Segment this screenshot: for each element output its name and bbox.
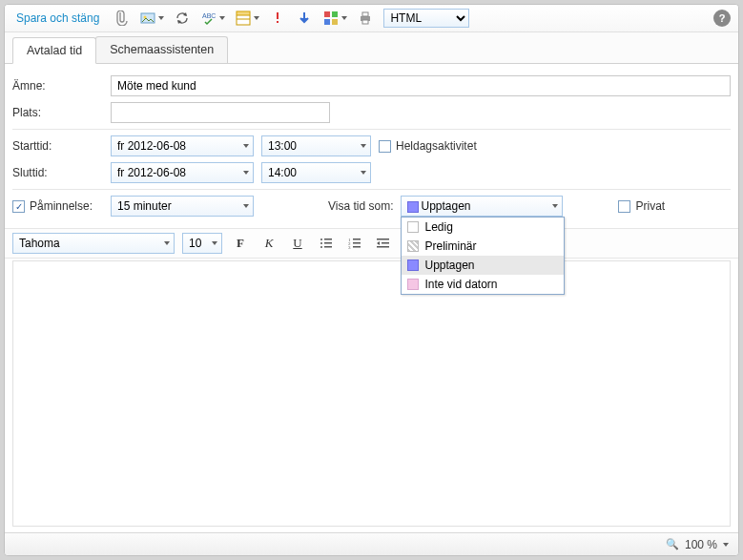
allday-checkbox[interactable]: Heldagsaktivitet: [379, 139, 477, 153]
main-toolbar: Spara och stäng ABC: [5, 5, 738, 32]
svg-rect-21: [353, 239, 361, 240]
help-icon[interactable]: ?: [713, 10, 731, 27]
appointment-window: Spara och stäng ABC: [4, 4, 739, 556]
svg-rect-19: [324, 246, 332, 248]
bullet-list-button[interactable]: [316, 234, 337, 253]
show-as-option-free[interactable]: Ledig: [402, 218, 564, 237]
status-bar: 🔍 100 %: [5, 532, 738, 555]
end-time-combo[interactable]: 14:00: [261, 162, 371, 183]
svg-rect-15: [324, 239, 332, 240]
font-family-value: Tahoma: [19, 237, 60, 250]
message-body-editor[interactable]: [12, 260, 731, 527]
svg-rect-12: [362, 12, 368, 16]
private-checkbox[interactable]: Privat: [618, 199, 665, 213]
svg-rect-9: [324, 19, 330, 25]
svg-point-18: [320, 246, 322, 248]
print-icon[interactable]: [357, 10, 374, 27]
svg-rect-7: [324, 11, 330, 17]
svg-rect-28: [377, 246, 389, 248]
appointment-form: Ämne: Plats: Starttid: fr 2012-06-08 13:…: [5, 64, 738, 228]
zoom-level: 100 %: [685, 538, 717, 551]
end-date-combo[interactable]: fr 2012-06-08: [111, 162, 254, 183]
underline-button[interactable]: U: [287, 234, 308, 253]
svg-rect-6: [237, 11, 250, 15]
svg-text:ABC: ABC: [202, 12, 216, 19]
tab-appointment[interactable]: Avtalad tid: [12, 37, 96, 64]
show-as-dropdown: Ledig Preliminär Upptagen Inte vid dator…: [401, 217, 565, 295]
categorize-button[interactable]: [235, 10, 259, 27]
reminder-combo[interactable]: 15 minuter: [111, 196, 254, 217]
importance-high-icon[interactable]: [269, 10, 286, 27]
end-date-value: fr 2012-06-08: [117, 166, 186, 179]
subject-input[interactable]: [111, 75, 731, 96]
svg-rect-23: [353, 242, 361, 244]
allday-checkbox-box: [379, 140, 391, 153]
reminder-label: Påminnelse:: [30, 199, 93, 213]
start-date-combo[interactable]: fr 2012-06-08: [111, 135, 254, 156]
show-as-option-oof[interactable]: Inte vid datorn: [402, 275, 564, 294]
zoom-dropdown-caret[interactable]: [723, 543, 729, 547]
end-time-value: 14:00: [268, 166, 297, 179]
tab-strip: Avtalad tid Schemaassistenten: [5, 32, 738, 64]
svg-rect-27: [382, 242, 389, 244]
color-grid-icon: [322, 10, 340, 27]
font-family-combo[interactable]: Tahoma: [12, 233, 175, 254]
show-as-option-busy[interactable]: Upptagen: [402, 256, 564, 275]
svg-rect-25: [353, 246, 361, 248]
show-as-option-tentative[interactable]: Preliminär: [402, 237, 564, 256]
start-time-value: 13:00: [268, 139, 297, 153]
show-as-value: Upptagen: [407, 199, 470, 213]
show-as-label: Visa tid som:: [328, 199, 393, 213]
importance-low-icon[interactable]: [296, 10, 313, 27]
categorize-icon: [235, 10, 252, 27]
private-label: Privat: [635, 199, 665, 213]
reminder-checkbox[interactable]: Påminnelse:: [12, 199, 103, 213]
message-format-select[interactable]: HTML: [383, 9, 469, 28]
subject-label: Ämne:: [12, 79, 103, 93]
svg-point-16: [320, 242, 322, 244]
show-as-combo[interactable]: Upptagen Ledig Preliminär Upptagen Inte …: [401, 196, 563, 217]
insert-picture-button[interactable]: [139, 10, 164, 27]
save-and-close-button[interactable]: Spara och stäng: [12, 10, 103, 27]
reminder-value: 15 minuter: [117, 199, 172, 213]
picture-icon: [139, 10, 156, 27]
svg-rect-13: [362, 20, 368, 24]
allday-label: Heldagsaktivitet: [396, 139, 477, 153]
private-checkbox-box: [618, 200, 630, 213]
tab-scheduling-assistant[interactable]: Schemaassistenten: [95, 36, 228, 63]
location-label: Plats:: [12, 106, 103, 119]
start-time-combo[interactable]: 13:00: [261, 135, 371, 156]
font-size-combo[interactable]: 10: [182, 233, 222, 254]
recurrence-icon[interactable]: [174, 10, 191, 27]
category-colors-button[interactable]: [322, 10, 347, 27]
start-date-value: fr 2012-06-08: [117, 139, 186, 153]
end-time-label: Sluttid:: [12, 166, 103, 179]
svg-rect-10: [332, 19, 338, 25]
reminder-checkbox-box: [12, 200, 25, 213]
svg-point-14: [320, 239, 322, 240]
start-time-label: Starttid:: [12, 139, 103, 153]
font-size-value: 10: [189, 237, 201, 250]
italic-button[interactable]: K: [258, 234, 279, 253]
zoom-icon[interactable]: 🔍: [666, 538, 679, 550]
attach-icon[interactable]: [113, 10, 130, 27]
outdent-button[interactable]: [373, 234, 394, 253]
bold-button[interactable]: F: [230, 234, 251, 253]
svg-rect-17: [324, 242, 332, 244]
format-toolbar: Tahoma 10 F K U 123: [5, 228, 738, 259]
svg-rect-26: [377, 239, 389, 240]
location-input[interactable]: [111, 102, 330, 123]
svg-rect-8: [332, 11, 338, 17]
spellcheck-icon: ABC: [200, 10, 217, 27]
svg-text:3: 3: [348, 245, 351, 250]
spellcheck-button[interactable]: ABC: [200, 10, 225, 27]
numbered-list-button[interactable]: 123: [344, 234, 365, 253]
